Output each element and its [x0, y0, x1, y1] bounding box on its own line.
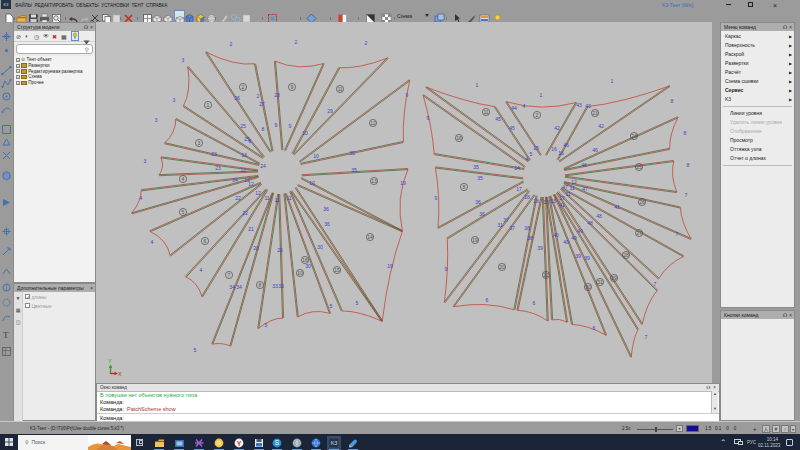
svg-text:22: 22	[543, 272, 549, 278]
svg-text:1: 1	[611, 78, 614, 84]
svg-text:24: 24	[631, 133, 637, 139]
svg-text:19: 19	[400, 180, 406, 186]
svg-text:25: 25	[240, 123, 246, 129]
svg-text:21: 21	[248, 226, 254, 232]
svg-text:24: 24	[232, 177, 238, 183]
svg-text:10: 10	[313, 153, 319, 159]
svg-text:36: 36	[479, 211, 485, 217]
svg-text:13: 13	[244, 177, 250, 183]
svg-text:2: 2	[230, 41, 233, 47]
svg-text:39: 39	[575, 253, 581, 259]
svg-text:35: 35	[477, 175, 483, 181]
svg-text:20: 20	[499, 264, 505, 270]
svg-text:12: 12	[240, 167, 246, 173]
svg-text:43: 43	[576, 102, 582, 108]
svg-text:13: 13	[371, 178, 377, 184]
svg-text:36: 36	[324, 221, 330, 227]
svg-text:9: 9	[289, 123, 292, 129]
svg-text:18: 18	[524, 194, 530, 200]
svg-text:42: 42	[598, 123, 604, 129]
svg-text:34: 34	[229, 284, 235, 290]
svg-text:33: 33	[278, 283, 284, 289]
svg-text:38: 38	[524, 225, 530, 231]
svg-text:14: 14	[514, 165, 520, 171]
svg-text:23: 23	[215, 165, 221, 171]
svg-text:K3: K3	[331, 440, 338, 446]
svg-text:13: 13	[550, 198, 556, 204]
svg-text:9: 9	[406, 92, 409, 98]
svg-text:42: 42	[554, 125, 560, 131]
svg-text:13: 13	[241, 152, 247, 158]
svg-text:22: 22	[235, 195, 241, 201]
svg-text:8: 8	[249, 138, 252, 144]
svg-text:16: 16	[456, 135, 462, 141]
svg-text:X: X	[118, 371, 122, 377]
svg-text:30: 30	[317, 244, 323, 250]
svg-text:9: 9	[445, 266, 448, 272]
svg-text:8: 8	[463, 184, 466, 190]
svg-text:35: 35	[351, 167, 357, 173]
svg-text:48: 48	[596, 213, 602, 219]
svg-text:4: 4	[200, 267, 203, 273]
svg-text:4: 4	[526, 156, 529, 162]
svg-text:11: 11	[274, 197, 279, 203]
svg-text:34: 34	[236, 284, 242, 290]
svg-text:10: 10	[309, 180, 315, 186]
svg-text:4: 4	[151, 239, 154, 245]
svg-text:2: 2	[536, 112, 539, 118]
svg-text:29: 29	[611, 275, 617, 281]
svg-text:45: 45	[509, 125, 515, 131]
svg-text:41: 41	[614, 204, 620, 210]
svg-text:27: 27	[259, 101, 265, 107]
svg-text:8: 8	[671, 98, 674, 104]
svg-text:26: 26	[234, 95, 240, 101]
svg-text:46: 46	[563, 142, 569, 148]
svg-text:5: 5	[182, 209, 185, 215]
svg-text:45: 45	[495, 116, 501, 122]
svg-text:3: 3	[198, 140, 201, 146]
svg-text:31: 31	[597, 279, 603, 285]
svg-text:27: 27	[636, 230, 642, 236]
svg-text:26: 26	[639, 199, 645, 205]
svg-text:22: 22	[242, 210, 248, 216]
svg-text:5: 5	[356, 300, 359, 306]
svg-text:15: 15	[533, 145, 539, 151]
svg-text:28: 28	[274, 92, 280, 98]
svg-text:44: 44	[511, 105, 517, 111]
svg-text:11: 11	[483, 109, 488, 115]
svg-text:30: 30	[585, 284, 591, 290]
svg-text:20: 20	[277, 247, 283, 253]
svg-text:17: 17	[516, 186, 522, 192]
svg-text:46: 46	[581, 162, 587, 168]
svg-text:23: 23	[211, 151, 217, 157]
svg-text:49: 49	[571, 235, 577, 241]
svg-text:49: 49	[577, 228, 583, 234]
svg-text:9: 9	[435, 195, 438, 201]
svg-text:7: 7	[685, 192, 688, 198]
svg-text:39: 39	[584, 255, 590, 261]
svg-text:46: 46	[592, 147, 598, 153]
svg-text:47: 47	[582, 186, 588, 192]
svg-text:40: 40	[553, 232, 559, 238]
svg-text:5: 5	[330, 303, 333, 309]
svg-text:10: 10	[302, 130, 308, 136]
svg-text:43: 43	[585, 103, 591, 109]
svg-text:25: 25	[636, 164, 642, 170]
svg-text:6: 6	[593, 325, 596, 331]
svg-text:3: 3	[144, 158, 147, 164]
svg-text:14: 14	[367, 234, 373, 240]
svg-text:47: 47	[562, 184, 568, 190]
svg-text:3: 3	[155, 117, 158, 123]
svg-text:38: 38	[527, 235, 533, 241]
svg-text:41: 41	[559, 202, 565, 208]
svg-text:12: 12	[255, 190, 261, 196]
svg-text:11: 11	[569, 185, 574, 191]
svg-text:5: 5	[530, 151, 533, 157]
svg-text:18: 18	[533, 198, 539, 204]
svg-text:5: 5	[194, 347, 197, 353]
svg-text:9: 9	[291, 84, 294, 90]
svg-text:36: 36	[475, 199, 481, 205]
svg-text:9: 9	[427, 115, 430, 121]
svg-text:16: 16	[551, 146, 557, 152]
svg-text:17: 17	[559, 195, 565, 201]
